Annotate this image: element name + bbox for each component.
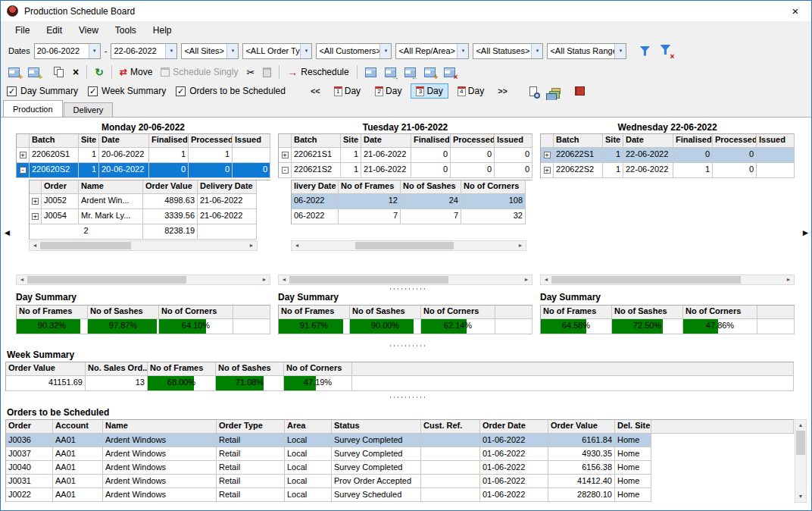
order-row[interactable]: + J0054 Mr. Mark Ly... 3339.56 21-06-202… bbox=[30, 209, 270, 224]
column-header-processed[interactable]: Processed bbox=[451, 134, 495, 148]
scrollbar-thumb[interactable] bbox=[355, 242, 454, 249]
column-header-no-of-frames[interactable]: No of Frames bbox=[17, 306, 88, 319]
expand-icon[interactable]: + bbox=[282, 152, 289, 158]
subgrid-horizontal-scrollbar[interactable]: ◄ ► bbox=[29, 240, 258, 251]
menu-help[interactable]: Help bbox=[145, 22, 180, 39]
order-row[interactable]: J0031 AA01 Ardent Windows Retail Local P… bbox=[6, 475, 794, 488]
collapse-icon[interactable]: - bbox=[20, 167, 27, 174]
column-header-site[interactable]: Site bbox=[603, 134, 623, 148]
column-header-no-of-corners[interactable]: No of Corners bbox=[461, 180, 526, 194]
menu-view[interactable]: View bbox=[70, 22, 107, 39]
chevron-down-icon[interactable]: ▼ bbox=[457, 44, 468, 58]
scroll-right-icon[interactable]: ► bbox=[783, 275, 794, 284]
panel-horizontal-scrollbar[interactable]: ◄ ► bbox=[16, 274, 270, 285]
order-row[interactable]: J0037 AA01 Ardent Windows Retail Local S… bbox=[6, 447, 794, 461]
scroll-panels-left-button[interactable]: ◄ bbox=[2, 222, 12, 243]
expand-cell[interactable]: + bbox=[279, 148, 292, 163]
column-header-order-value[interactable]: Order Value bbox=[143, 180, 198, 194]
column-header-order-value[interactable]: Order Value bbox=[6, 362, 86, 376]
frames-row-highlighted[interactable]: 06-2022 12 24 108 bbox=[292, 194, 532, 209]
close-button[interactable]: × bbox=[779, 1, 811, 21]
batch-row[interactable]: + 220620S1 1 20-06-2022 1 1 bbox=[17, 148, 270, 163]
next-days-button[interactable]: >> bbox=[493, 85, 512, 97]
column-header-no-of-frames[interactable]: No of Frames bbox=[339, 180, 401, 194]
orders-to-be-scheduled-checkbox[interactable]: ✓ bbox=[176, 86, 186, 96]
expand-cell[interactable]: + bbox=[17, 148, 30, 163]
column-header-batch[interactable]: Batch bbox=[554, 134, 603, 148]
new-schedule-button[interactable]: + bbox=[5, 64, 23, 80]
previous-days-button[interactable]: << bbox=[306, 85, 325, 97]
grid-add-button[interactable]: + bbox=[421, 64, 439, 80]
cut-button[interactable]: ✂ bbox=[243, 64, 258, 80]
scrollbar-track[interactable] bbox=[795, 455, 806, 491]
scrollbar-thumb[interactable] bbox=[27, 276, 186, 284]
frames-row[interactable]: 06-2022 7 7 32 bbox=[292, 209, 532, 224]
scrollbar-thumb[interactable] bbox=[289, 276, 448, 284]
column-header-date[interactable]: Date bbox=[361, 134, 411, 148]
column-header-no-of-frames[interactable]: No of Frames bbox=[279, 306, 350, 319]
column-header-finalised[interactable]: Finalised bbox=[411, 134, 451, 148]
column-header-account[interactable]: Account bbox=[53, 420, 103, 434]
scrollbar-thumb[interactable] bbox=[40, 242, 131, 249]
status-range-filter-dropdown[interactable]: <All Status Range ▼ bbox=[547, 43, 626, 59]
column-header-order[interactable]: Order bbox=[42, 180, 79, 194]
column-header-delivery-date[interactable]: livery Date bbox=[292, 180, 339, 194]
column-header-no-of-frames[interactable]: No of Frames bbox=[148, 362, 216, 376]
scroll-panels-right-button[interactable]: ► bbox=[801, 222, 810, 243]
sites-filter-dropdown[interactable]: <All Sites> ▼ bbox=[181, 43, 239, 59]
scroll-right-icon[interactable]: ► bbox=[521, 275, 532, 284]
grid-view-button[interactable] bbox=[362, 64, 379, 80]
subgrid-horizontal-scrollbar[interactable]: ◄ ► bbox=[291, 240, 526, 251]
expand-cell[interactable]: + bbox=[30, 194, 42, 209]
menu-tools[interactable]: Tools bbox=[107, 22, 145, 39]
column-header-finalised[interactable]: Finalised bbox=[149, 134, 189, 148]
scrollbar-track[interactable] bbox=[741, 275, 783, 284]
three-day-view-button[interactable]: 3Day bbox=[411, 83, 448, 99]
column-header-finalised[interactable]: Finalised bbox=[673, 134, 713, 148]
column-header-no-of-sashes[interactable]: No of Sashes bbox=[216, 362, 284, 376]
scrollbar-track[interactable] bbox=[448, 275, 521, 284]
chevron-down-icon[interactable]: ▼ bbox=[226, 44, 238, 58]
order-row[interactable]: + J0052 Ardent Win... 4898.63 21-06-2022 bbox=[30, 194, 270, 209]
collapse-cell[interactable]: - bbox=[279, 163, 292, 178]
column-header-no-sales-orders[interactable]: No. Sales Ord... bbox=[86, 362, 148, 376]
column-header-cust-ref[interactable]: Cust. Ref. bbox=[421, 420, 480, 434]
splitter-grip[interactable] bbox=[389, 396, 425, 399]
column-header-issued[interactable]: Issued bbox=[233, 134, 270, 148]
expand-cell[interactable]: + bbox=[541, 148, 554, 163]
batch-row[interactable]: + 220621S1 1 21-06-2022 0 0 0 bbox=[279, 148, 532, 163]
batch-row[interactable]: - 220621S2 1 21-06-2022 0 0 0 bbox=[279, 163, 532, 178]
orders-vertical-scrollbar[interactable]: ▲ ▼ bbox=[795, 419, 807, 503]
column-header-site[interactable]: Site bbox=[341, 134, 361, 148]
scroll-left-icon[interactable]: ◄ bbox=[30, 241, 40, 250]
schedule-singly-button[interactable]: Schedule Singly bbox=[158, 64, 241, 80]
paste-button[interactable] bbox=[260, 64, 274, 80]
panel-horizontal-scrollbar[interactable]: ◄ ► bbox=[278, 274, 532, 285]
close-register-button[interactable] bbox=[572, 83, 588, 99]
two-day-view-button[interactable]: 2Day bbox=[370, 83, 407, 99]
column-header-no-of-sashes[interactable]: No of Sashes bbox=[401, 180, 461, 194]
order-row[interactable]: J0040 AA01 Ardent Windows Retail Local S… bbox=[6, 461, 794, 475]
column-header-no-of-sashes[interactable]: No of Sashes bbox=[612, 306, 683, 319]
date-to-picker[interactable]: 22-06-2022 ▼ bbox=[111, 43, 177, 59]
column-header-processed[interactable]: Processed bbox=[189, 134, 233, 148]
column-header-issued[interactable]: Issued bbox=[495, 134, 532, 148]
column-header-no-of-corners[interactable]: No of Corners bbox=[421, 306, 495, 319]
scroll-right-icon[interactable]: ► bbox=[246, 241, 257, 250]
expand-cell[interactable]: + bbox=[30, 209, 42, 224]
splitter-grip[interactable] bbox=[389, 287, 425, 290]
grid-edit-button[interactable]: × bbox=[441, 64, 458, 80]
column-header-batch[interactable]: Batch bbox=[30, 134, 79, 148]
menu-edit[interactable]: Edit bbox=[38, 22, 70, 39]
column-header-name[interactable]: Name bbox=[103, 420, 217, 434]
batch-row-highlighted[interactable]: + 220622S1 1 22-06-2022 0 0 bbox=[541, 148, 795, 163]
chevron-down-icon[interactable]: ▼ bbox=[300, 44, 311, 58]
scrollbar-thumb[interactable] bbox=[796, 431, 805, 455]
collapse-icon[interactable]: - bbox=[282, 167, 289, 174]
expand-icon[interactable]: + bbox=[32, 198, 39, 205]
tab-production[interactable]: Production bbox=[3, 100, 63, 117]
column-header-no-of-corners[interactable]: No of Corners bbox=[284, 362, 352, 376]
column-header-status[interactable]: Status bbox=[332, 420, 421, 434]
column-header-del-site[interactable]: Del. Site bbox=[615, 420, 651, 434]
move-button[interactable]: ⇄Move bbox=[117, 64, 155, 80]
